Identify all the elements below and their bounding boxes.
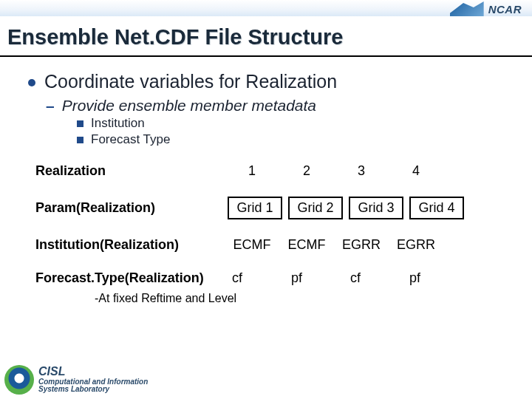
row-cells: Grid 1 Grid 2 Grid 3 Grid 4 xyxy=(228,197,464,219)
ncar-logo-text: NCAR xyxy=(488,3,522,16)
cell: EGRR xyxy=(392,237,440,253)
row-label: Institution(Realization) xyxy=(35,237,228,253)
row-cells: ECMF ECMF EGRR EGRR xyxy=(228,237,440,253)
cisl-logo-acronym: CISL xyxy=(38,366,148,378)
table-row: Param(Realization) Grid 1 Grid 2 Grid 3 … xyxy=(35,197,517,219)
cell: cf xyxy=(228,270,281,286)
ncar-logo: NCAR xyxy=(450,1,522,16)
row-cells: cf pf cf pf xyxy=(228,270,458,286)
cisl-logo: CISL Computational and Information Syste… xyxy=(4,365,148,395)
square-bullet-icon xyxy=(77,120,83,127)
table-row: Realization 1 2 3 4 xyxy=(35,163,517,179)
table-row: Institution(Realization) ECMF ECMF EGRR … xyxy=(35,237,517,253)
cell: 1 xyxy=(228,163,276,179)
bullet-level2-text: Provide ensemble member metadata xyxy=(62,97,316,115)
bullet-level3-a-text: Institution xyxy=(91,116,145,131)
square-bullet-icon xyxy=(77,137,83,143)
cell: EGRR xyxy=(337,237,386,253)
cell: pf xyxy=(405,270,458,286)
row-label: Param(Realization) xyxy=(35,200,228,216)
dash-bullet-icon: – xyxy=(46,97,55,115)
cell: ECMF xyxy=(228,237,276,253)
footnote: -At fixed Reftime and Level xyxy=(95,292,517,305)
cell: 3 xyxy=(337,163,386,179)
title-underline xyxy=(0,55,532,57)
cisl-logo-line2: Systems Laboratory xyxy=(38,385,109,393)
cell: pf xyxy=(287,270,340,286)
cisl-logo-graphic xyxy=(4,365,34,395)
bullet-level2: – Provide ensemble member metadata xyxy=(46,97,517,115)
row-cells: 1 2 3 4 xyxy=(228,163,440,179)
cell: Grid 1 xyxy=(228,197,282,219)
slide-title: Ensemble Net.CDF File Structure xyxy=(7,25,343,50)
cell: Grid 4 xyxy=(409,197,464,219)
realization-table: Realization 1 2 3 4 Param(Realization) G… xyxy=(35,163,517,286)
cell: Grid 2 xyxy=(288,197,343,219)
cisl-logo-line1: Computational and Information xyxy=(38,378,148,386)
slide-content: Coordinate variables for Realization – P… xyxy=(28,71,517,305)
cell: 2 xyxy=(282,163,331,179)
cell: cf xyxy=(346,270,399,286)
bullet-level3-b-text: Forecast Type xyxy=(91,132,170,147)
disc-bullet-icon xyxy=(28,79,35,86)
table-row: Forecast.Type(Realization) cf pf cf pf xyxy=(35,270,517,286)
ncar-logo-graphic xyxy=(450,1,484,16)
row-label: Realization xyxy=(35,163,228,179)
bullet-level3-a: Institution xyxy=(77,116,517,131)
cell: 4 xyxy=(392,163,440,179)
cell: ECMF xyxy=(282,237,331,253)
cell: Grid 3 xyxy=(349,197,403,219)
bullet-level1-text: Coordinate variables for Realization xyxy=(44,71,337,92)
bullet-level1: Coordinate variables for Realization xyxy=(28,71,517,92)
row-label: Forecast.Type(Realization) xyxy=(35,270,228,286)
bullet-level3-b: Forecast Type xyxy=(77,132,517,147)
cisl-logo-text: CISL Computational and Information Syste… xyxy=(38,366,148,394)
